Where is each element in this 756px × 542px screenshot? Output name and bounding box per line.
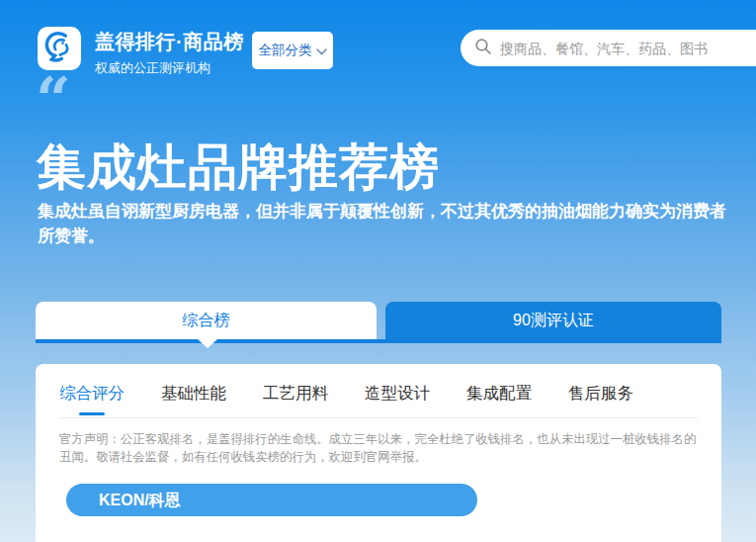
subnav-item-materials[interactable]: 工艺用料 xyxy=(263,383,328,405)
quote-icon: “ xyxy=(36,71,71,111)
subnav-item-design[interactable]: 造型设计 xyxy=(365,383,430,405)
search-bar[interactable] xyxy=(461,30,756,66)
tab-overall-ranking[interactable]: 综合榜 xyxy=(36,302,377,339)
brand-title: 盖得排行·商品榜 xyxy=(95,29,244,55)
content-card: 综合评分 基础性能 工艺用料 造型设计 集成配置 售后服务 官方声明：公正客观排… xyxy=(36,364,721,542)
brand-block: 盖得排行·商品榜 权威的公正测评机构 xyxy=(95,29,244,77)
ranking-tabs: 90测评认证 综合榜 xyxy=(36,302,721,351)
search-input[interactable] xyxy=(500,41,756,56)
official-statement: 官方声明：公正客观排名，是盖得排行的生命线。成立三年以来，完全杜绝了收钱排名，也… xyxy=(59,431,698,467)
subnav-item-overall-score[interactable]: 综合评分 xyxy=(59,383,125,405)
search-icon xyxy=(474,38,492,59)
subnav-item-integration[interactable]: 集成配置 xyxy=(466,383,532,405)
tab-90-certification[interactable]: 90测评认证 xyxy=(385,302,721,343)
all-categories-label: 全部分类 xyxy=(259,42,312,59)
chevron-down-icon xyxy=(316,44,327,58)
page: 盖得排行·商品榜 权威的公正测评机构 全部分类 “ 集成灶品牌推荐榜 集成灶虽自… xyxy=(0,0,756,542)
criteria-subnav: 综合评分 基础性能 工艺用料 造型设计 集成配置 售后服务 xyxy=(59,364,698,418)
page-description: 集成灶虽自诩新型厨房电器，但并非属于颠覆性创新，不过其优秀的抽油烟能力确实为消费… xyxy=(38,199,727,248)
tab-accent-bar xyxy=(36,339,721,343)
all-categories-button[interactable]: 全部分类 xyxy=(252,32,333,69)
brand-rank-item-keon[interactable]: KEON/科恩 xyxy=(66,484,477,516)
brand-subtitle: 权威的公正测评机构 xyxy=(95,59,244,77)
subnav-item-basic-performance[interactable]: 基础性能 xyxy=(161,383,226,405)
page-title: 集成灶品牌推荐榜 xyxy=(37,135,440,201)
lion-logo-icon xyxy=(42,30,76,67)
subnav-item-after-sales[interactable]: 售后服务 xyxy=(568,383,633,405)
active-tab-pointer xyxy=(198,339,217,348)
